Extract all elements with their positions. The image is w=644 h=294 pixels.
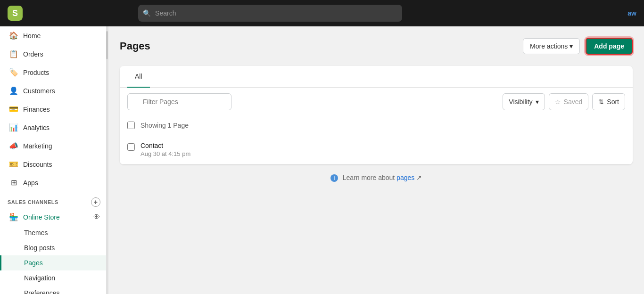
search-icon: 🔍 [143, 9, 151, 17]
visibility-filter-button[interactable]: Visibility ▾ [503, 93, 545, 110]
table-header-row: Showing 1 Page [120, 116, 633, 135]
sidebar-item-finances[interactable]: 💳 Finances [0, 100, 108, 118]
page-header-actions: More actions ▾ Add page [523, 38, 633, 55]
online-store-icon: 🏪 [9, 212, 18, 221]
analytics-icon: 📊 [9, 123, 18, 132]
filter-search-wrap: 🔍 [127, 93, 499, 110]
navigation-label: Navigation [24, 274, 55, 282]
orders-icon: 📋 [9, 49, 18, 58]
sidebar-item-navigation[interactable]: Navigation [0, 270, 108, 286]
page-header: Pages More actions ▾ Add page [120, 38, 633, 55]
pages-card: All 🔍 Visibility ▾ ☆ Saved ⇅ [120, 66, 633, 164]
add-page-button[interactable]: Add page [586, 38, 633, 55]
apps-icon: ⊞ [9, 178, 18, 187]
sort-button[interactable]: ⇅ Sort [592, 93, 625, 110]
footer-link-text: pages [396, 174, 414, 181]
themes-label: Themes [24, 229, 48, 237]
search-bar-container: 🔍 [138, 5, 402, 22]
sidebar-item-marketing[interactable]: 📣 Marketing [0, 137, 108, 155]
logo-text: S [12, 8, 18, 18]
finances-icon: 💳 [9, 105, 18, 114]
info-icon: i [330, 174, 338, 182]
sales-channels-label: SALES CHANNELS [8, 199, 58, 205]
filters-row: 🔍 Visibility ▾ ☆ Saved ⇅ Sort [120, 88, 633, 116]
sidebar: 🏠 Home 📋 Orders 🏷️ Products 👤 Customers … [0, 26, 108, 294]
more-actions-label: More actions [530, 42, 568, 50]
filter-pages-input[interactable] [127, 93, 231, 110]
star-icon: ☆ [555, 98, 561, 106]
search-input[interactable] [138, 5, 402, 22]
sidebar-item-pages[interactable]: Pages [0, 255, 108, 270]
sidebar-item-blog-posts[interactable]: Blog posts [0, 240, 108, 255]
shopify-logo: S [8, 6, 23, 21]
visibility-chevron-icon: ▾ [536, 98, 539, 106]
select-all-checkbox[interactable] [127, 122, 135, 129]
sidebar-item-apps[interactable]: ⊞ Apps [0, 173, 108, 192]
showing-count: Showing 1 Page [140, 122, 189, 129]
topbar: S 🔍 aw [0, 0, 644, 26]
footer-info: i Learn more about pages ↗ [120, 164, 633, 191]
sidebar-item-discounts[interactable]: 🎫 Discounts [0, 155, 108, 173]
more-actions-button[interactable]: More actions ▾ [523, 38, 580, 54]
sidebar-label-analytics: Analytics [23, 124, 50, 131]
sidebar-label-products: Products [23, 69, 49, 76]
page-info: Contact Aug 30 at 4:15 pm [140, 142, 190, 157]
pages-link[interactable]: pages [396, 174, 416, 181]
tabs: All [120, 66, 633, 88]
saved-button[interactable]: ☆ Saved [549, 93, 589, 110]
sidebar-scrollbar-thumb [106, 31, 108, 59]
chevron-down-icon: ▾ [570, 42, 573, 50]
sort-label: Sort [607, 98, 619, 106]
tab-all-label: All [135, 73, 142, 80]
customers-icon: 👤 [9, 86, 18, 95]
sidebar-item-online-store[interactable]: 🏪 Online Store 👁 [0, 209, 108, 225]
pages-label: Pages [24, 259, 43, 267]
sidebar-label-home: Home [23, 32, 41, 40]
page-name[interactable]: Contact [140, 142, 190, 149]
home-icon: 🏠 [9, 31, 18, 40]
blog-posts-label: Blog posts [24, 244, 55, 252]
main-layout: 🏠 Home 📋 Orders 🏷️ Products 👤 Customers … [0, 26, 644, 294]
user-initials: aw [627, 9, 636, 17]
table-row: Contact Aug 30 at 4:15 pm [120, 135, 633, 164]
page-title: Pages [120, 40, 150, 52]
sidebar-item-analytics[interactable]: 📊 Analytics [0, 118, 108, 137]
sidebar-item-customers[interactable]: 👤 Customers [0, 82, 108, 100]
sidebar-label-finances: Finances [23, 106, 50, 113]
add-sales-channel-button[interactable]: + [91, 197, 100, 207]
sidebar-label-apps: Apps [23, 179, 38, 187]
preferences-label: Preferences [24, 289, 59, 294]
visibility-label: Visibility [509, 98, 532, 106]
add-page-label: Add page [594, 42, 624, 50]
sidebar-item-preferences[interactable]: Preferences [0, 286, 108, 294]
sidebar-label-customers: Customers [23, 87, 55, 95]
page-date: Aug 30 at 4:15 pm [140, 150, 190, 157]
sort-icon: ⇅ [598, 98, 604, 106]
external-link-icon: ↗ [416, 174, 422, 181]
row-checkbox[interactable] [127, 143, 135, 151]
eye-icon: 👁 [93, 213, 100, 221]
marketing-icon: 📣 [9, 141, 18, 150]
sidebar-item-home[interactable]: 🏠 Home [0, 26, 108, 45]
saved-label: Saved [564, 98, 583, 106]
sidebar-scrollbar [106, 26, 108, 294]
sidebar-item-products[interactable]: 🏷️ Products [0, 63, 108, 82]
sidebar-label-marketing: Marketing [23, 142, 52, 150]
discounts-icon: 🎫 [9, 160, 18, 169]
sidebar-label-discounts: Discounts [23, 161, 52, 168]
sidebar-label-orders: Orders [23, 50, 43, 58]
sales-channels-header: SALES CHANNELS + [0, 192, 108, 209]
tab-all[interactable]: All [127, 66, 150, 88]
products-icon: 🏷️ [9, 68, 18, 77]
sidebar-item-themes[interactable]: Themes [0, 225, 108, 240]
footer-learn-text: Learn more about [343, 174, 395, 181]
sidebar-item-orders[interactable]: 📋 Orders [0, 45, 108, 63]
online-store-label: Online Store [23, 213, 60, 221]
content-area: Pages More actions ▾ Add page All [108, 26, 644, 294]
